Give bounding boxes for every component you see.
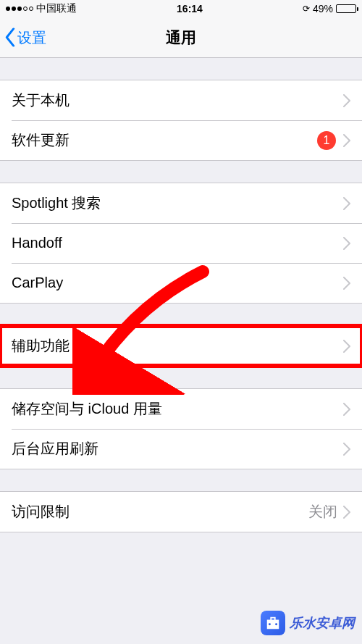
page-title: 通用	[166, 28, 196, 48]
chevron-right-icon	[343, 237, 350, 250]
row-label: 后台应用刷新	[12, 439, 343, 459]
update-badge: 1	[317, 131, 336, 150]
chevron-left-icon	[4, 28, 16, 47]
group-1: Spotlight 搜索 Handoff CarPlay	[0, 183, 362, 304]
battery-icon	[336, 4, 356, 13]
group-0: 关于本机 软件更新 1	[0, 80, 362, 161]
row-carplay[interactable]: CarPlay	[0, 263, 362, 303]
row-spotlight[interactable]: Spotlight 搜索	[0, 183, 362, 223]
back-button[interactable]: 设置	[4, 28, 46, 47]
row-label: 软件更新	[12, 130, 317, 150]
row-about[interactable]: 关于本机	[0, 80, 362, 120]
row-label: Spotlight 搜索	[12, 193, 343, 213]
row-restrictions[interactable]: 访问限制 关闭	[0, 492, 362, 532]
chevron-right-icon	[343, 506, 350, 519]
status-left: 中国联通	[6, 2, 77, 15]
group-4: 访问限制 关闭	[0, 491, 362, 532]
row-background-refresh[interactable]: 后台应用刷新	[0, 429, 362, 469]
row-label: CarPlay	[12, 275, 343, 291]
nav-bar: 设置 通用	[0, 17, 362, 58]
signal-dots	[6, 7, 33, 11]
row-label: 关于本机	[12, 91, 343, 110]
row-label: 储存空间与 iCloud 用量	[12, 399, 343, 419]
row-label: 辅助功能	[12, 336, 343, 356]
status-time: 16:14	[177, 3, 203, 14]
status-bar: 中国联通 16:14 ⟳ 49%	[0, 0, 362, 17]
settings-content: 关于本机 软件更新 1 Spotlight 搜索 Handoff CarPlay…	[0, 58, 362, 532]
row-storage[interactable]: 储存空间与 iCloud 用量	[0, 389, 362, 429]
chevron-right-icon	[343, 197, 350, 210]
chevron-right-icon	[343, 443, 350, 456]
chevron-right-icon	[343, 94, 350, 107]
watermark-text: 乐水安卓网	[290, 614, 355, 632]
orientation-lock-icon: ⟳	[303, 4, 310, 14]
watermark-icon	[261, 611, 285, 635]
svg-point-0	[269, 623, 271, 625]
battery-percent: 49%	[313, 3, 333, 14]
row-accessibility[interactable]: 辅助功能	[0, 326, 362, 366]
row-value: 关闭	[308, 502, 337, 522]
chevron-right-icon	[343, 277, 350, 290]
back-label: 设置	[17, 28, 46, 47]
svg-point-1	[275, 623, 277, 625]
watermark: 乐水安卓网	[261, 611, 355, 635]
row-software-update[interactable]: 软件更新 1	[0, 120, 362, 160]
row-handoff[interactable]: Handoff	[0, 223, 362, 263]
carrier-label: 中国联通	[36, 2, 77, 15]
chevron-right-icon	[343, 403, 350, 416]
row-label: 访问限制	[12, 502, 308, 522]
chevron-right-icon	[343, 340, 350, 353]
group-2: 辅助功能	[0, 325, 362, 367]
row-label: Handoff	[12, 235, 343, 251]
status-right: ⟳ 49%	[303, 3, 356, 14]
chevron-right-icon	[343, 134, 350, 147]
group-3: 储存空间与 iCloud 用量 后台应用刷新	[0, 388, 362, 469]
